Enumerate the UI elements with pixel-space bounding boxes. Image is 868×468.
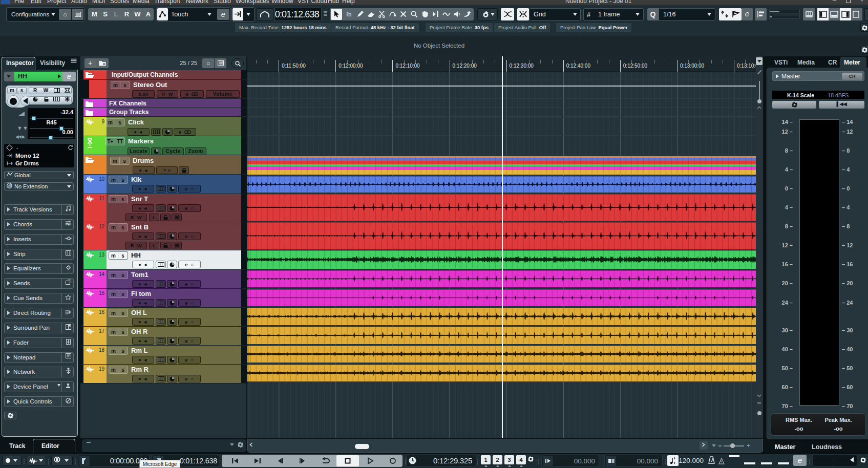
svg-text:@: @ xyxy=(8,183,12,188)
svg-text:b: b xyxy=(348,11,351,17)
